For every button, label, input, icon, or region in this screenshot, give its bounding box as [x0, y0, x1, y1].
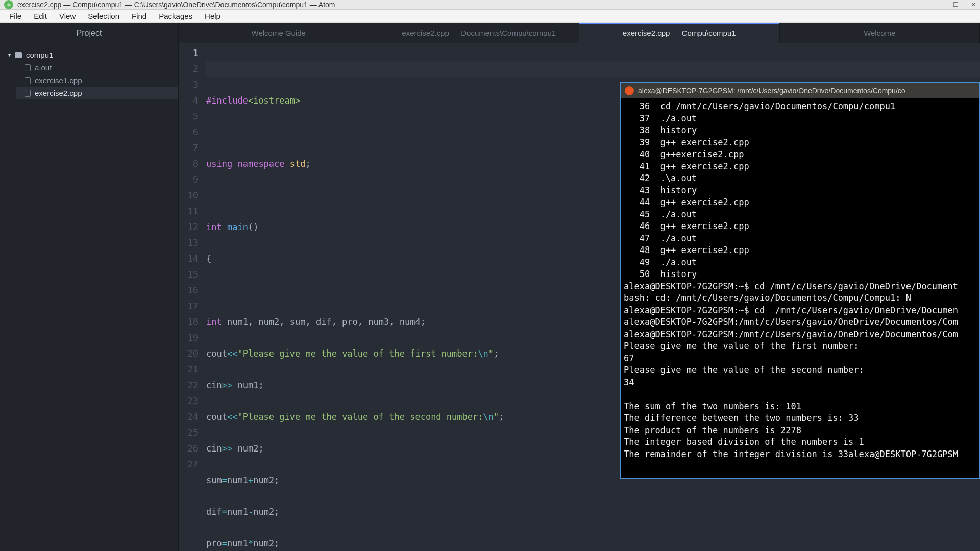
- tab-bar: Project Welcome Guide exercise2.cpp — Do…: [0, 23, 980, 43]
- chevron-down-icon: ▾: [8, 52, 11, 58]
- tree-file-aout[interactable]: a.out: [16, 61, 178, 74]
- terminal-title-text: alexa@DESKTOP-7G2GPSM: /mnt/c/Users/gavi…: [638, 87, 905, 95]
- menu-edit[interactable]: Edit: [28, 10, 53, 22]
- window-title: exercise2.cpp — Compu\compu1 — C:\Users\…: [17, 1, 335, 9]
- tree-folder-label: compu1: [26, 51, 53, 59]
- file-icon: [24, 64, 31, 71]
- window-close-button[interactable]: ✕: [971, 1, 976, 8]
- line-number-gutter: 1234567891011121314151617181920212223242…: [179, 43, 206, 551]
- tree-file-label: exercise2.cpp: [35, 89, 82, 97]
- tab-exercise2-documents[interactable]: exercise2.cpp — Documents\Compu\compu1: [379, 23, 580, 43]
- file-icon: [24, 77, 31, 84]
- tab-exercise2-compu[interactable]: exercise2.cpp — Compu\compu1: [579, 23, 780, 43]
- menu-selection[interactable]: Selection: [82, 10, 126, 22]
- menu-help[interactable]: Help: [199, 10, 227, 22]
- ubuntu-icon: [625, 86, 634, 95]
- tab-welcome[interactable]: Welcome: [780, 23, 981, 43]
- tree-folder-compu1[interactable]: ▾ compu1: [0, 48, 178, 61]
- terminal-window[interactable]: alexa@DESKTOP-7G2GPSM: /mnt/c/Users/gavi…: [620, 82, 980, 479]
- window-maximize-button[interactable]: ☐: [953, 1, 959, 8]
- project-tree[interactable]: ▾ compu1 a.out exercise1.cpp exercise2.c…: [0, 43, 179, 551]
- tab-welcome-guide[interactable]: Welcome Guide: [179, 23, 379, 43]
- menu-packages[interactable]: Packages: [153, 10, 199, 22]
- window-minimize-button[interactable]: —: [935, 1, 941, 8]
- tree-file-exercise2[interactable]: exercise2.cpp: [16, 87, 178, 99]
- tree-file-label: exercise1.cpp: [35, 76, 82, 85]
- terminal-output[interactable]: 36 cd /mnt/c/Users/gavio/Documentos/Comp…: [621, 98, 979, 462]
- terminal-titlebar[interactable]: alexa@DESKTOP-7G2GPSM: /mnt/c/Users/gavi…: [621, 83, 979, 98]
- tree-file-exercise1[interactable]: exercise1.cpp: [16, 74, 178, 87]
- project-panel-header: Project: [0, 23, 179, 43]
- tree-file-label: a.out: [35, 63, 52, 72]
- menu-find[interactable]: Find: [126, 10, 153, 22]
- file-icon: [24, 90, 31, 97]
- atom-app-icon: ⚛: [4, 0, 13, 9]
- window-titlebar: ⚛ exercise2.cpp — Compu\compu1 — C:\User…: [0, 0, 980, 10]
- menu-file[interactable]: File: [3, 10, 28, 22]
- folder-icon: [15, 52, 22, 58]
- menu-bar: File Edit View Selection Find Packages H…: [0, 10, 980, 23]
- menu-view[interactable]: View: [53, 10, 82, 22]
